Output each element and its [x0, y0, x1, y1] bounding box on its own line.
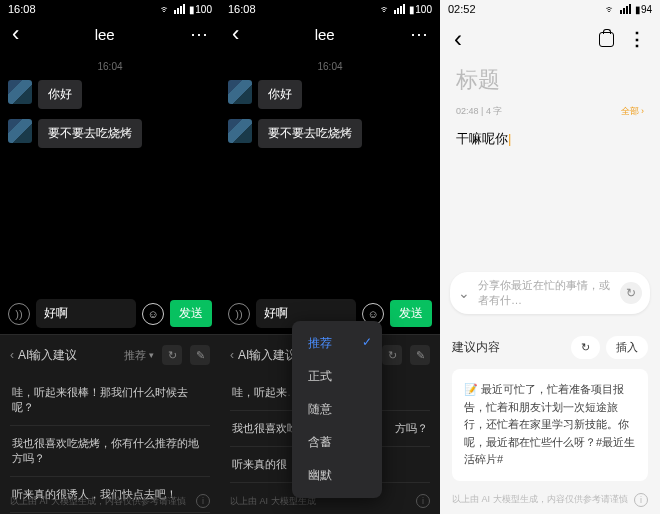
- signal-icon: [394, 4, 406, 14]
- tone-dropdown: 推荐 正式 随意 含蓄 幽默: [292, 321, 382, 498]
- message-row: 你好: [8, 80, 212, 109]
- send-button[interactable]: 发送: [390, 300, 432, 327]
- battery-icon: ▮100: [189, 4, 212, 15]
- suggestion-header: 建议内容 插入: [452, 336, 648, 359]
- refresh-icon[interactable]: ↻: [162, 345, 182, 365]
- voice-icon[interactable]: )): [8, 303, 30, 325]
- suggestion-title[interactable]: AI输入建议: [10, 347, 77, 364]
- note-header: [440, 15, 660, 59]
- message-timestamp: 16:04: [8, 61, 212, 72]
- chat-title: lee: [95, 26, 115, 43]
- message-list: 16:04 你好 要不要去吃烧烤: [220, 53, 440, 162]
- message-list: 16:04 你好 要不要去吃烧烤: [0, 53, 220, 162]
- voice-icon[interactable]: )): [228, 303, 250, 325]
- info-icon[interactable]: i: [416, 494, 430, 508]
- tone-option-recommend[interactable]: 推荐: [292, 327, 382, 360]
- mode-selector[interactable]: 推荐: [124, 348, 154, 363]
- message-bubble[interactable]: 要不要去吃烧烤: [258, 119, 362, 148]
- battery-icon: ▮100: [409, 4, 432, 15]
- chevron-down-icon[interactable]: [458, 284, 470, 302]
- back-button[interactable]: [454, 25, 462, 53]
- battery-icon: ▮94: [635, 4, 652, 15]
- ai-suggestion-panel: AI输入建议 推荐 ↻ ✎ 哇，听起来很棒！那我们什么时候去呢？ 我也很喜欢吃烧…: [0, 334, 220, 514]
- more-button[interactable]: [628, 28, 646, 50]
- screen-note: 02:52 ᯤ ▮94 标题 02:48 | 4 字 全部 › 干嘛呢你 分享你…: [440, 0, 660, 514]
- status-bar: 02:52 ᯤ ▮94: [440, 0, 660, 15]
- suggestion-title: 建议内容: [452, 339, 500, 356]
- edit-icon[interactable]: ✎: [410, 345, 430, 365]
- ai-prompt-bar[interactable]: 分享你最近在忙的事情，或者有什… ↻: [450, 272, 650, 314]
- back-button[interactable]: [12, 23, 19, 45]
- clock: 16:08: [228, 3, 256, 15]
- screen-chat-2: 16:08 ᯤ ▮100 lee 16:04 你好 要不要去吃烧烤 )) 好啊 …: [220, 0, 440, 514]
- message-row: 你好: [228, 80, 432, 109]
- chat-input-bar: )) 好啊 ☺ 发送: [0, 293, 220, 334]
- suggestion-card[interactable]: 📝 最近可忙了，忙着准备项目报告，忙着和朋友计划一次短途旅行，还忙着在家里学习新…: [452, 369, 648, 481]
- send-button[interactable]: 发送: [170, 300, 212, 327]
- note-content[interactable]: 干嘛呢你: [456, 128, 644, 150]
- refresh-button[interactable]: [571, 336, 600, 359]
- message-input[interactable]: 好啊: [36, 299, 136, 328]
- refresh-icon[interactable]: ↻: [382, 345, 402, 365]
- ai-suggestion-panel: 建议内容 插入 📝 最近可忙了，忙着准备项目报告，忙着和朋友计划一次短途旅行，还…: [440, 324, 660, 514]
- chat-header: lee: [220, 15, 440, 53]
- archive-icon[interactable]: [599, 32, 614, 47]
- more-button[interactable]: [410, 23, 428, 45]
- info-icon[interactable]: i: [196, 494, 210, 508]
- wifi-icon: ᯤ: [379, 3, 391, 15]
- message-bubble[interactable]: 你好: [258, 80, 302, 109]
- more-button[interactable]: [190, 23, 208, 45]
- ai-send-button[interactable]: ↻: [620, 282, 642, 304]
- avatar[interactable]: [8, 80, 32, 104]
- back-button[interactable]: [232, 23, 239, 45]
- info-icon[interactable]: i: [634, 493, 648, 507]
- tone-option-casual[interactable]: 随意: [292, 393, 382, 426]
- emoji-icon[interactable]: ☺: [142, 303, 164, 325]
- message-bubble[interactable]: 你好: [38, 80, 82, 109]
- note-title-input[interactable]: 标题: [456, 59, 644, 101]
- wifi-icon: ᯤ: [159, 3, 171, 15]
- chat-header: lee: [0, 15, 220, 53]
- note-meta: 02:48 | 4 字 全部 ›: [456, 101, 644, 128]
- tone-option-formal[interactable]: 正式: [292, 360, 382, 393]
- status-bar: 16:08 ᯤ ▮100: [0, 0, 220, 15]
- chat-title: lee: [315, 26, 335, 43]
- wifi-icon: ᯤ: [605, 3, 617, 15]
- screen-chat-1: 16:08 ᯤ ▮100 lee 16:04 你好 要不要去吃烧烤 )) 好啊 …: [0, 0, 220, 514]
- clock: 16:08: [8, 3, 36, 15]
- signal-icon: [620, 4, 632, 14]
- clock: 02:52: [448, 3, 476, 15]
- suggestion-footer: 以上由 AI 大模型生成，内容仅供参考请谨慎 i: [10, 494, 210, 508]
- suggestion-header: AI输入建议 推荐 ↻ ✎: [10, 345, 210, 365]
- message-timestamp: 16:04: [228, 61, 432, 72]
- suggestion-footer: 以上由 AI 大模型生成，内容仅供参考请谨慎 i: [452, 493, 648, 507]
- category-selector[interactable]: 全部 ›: [621, 105, 645, 118]
- suggestion-item[interactable]: 哇，听起来很棒！那我们什么时候去呢？: [10, 375, 210, 426]
- suggestion-item[interactable]: 我也很喜欢吃烧烤，你有什么推荐的地方吗？: [10, 426, 210, 477]
- signal-icon: [174, 4, 186, 14]
- note-body: 标题 02:48 | 4 字 全部 › 干嘛呢你: [440, 59, 660, 150]
- message-bubble[interactable]: 要不要去吃烧烤: [38, 119, 142, 148]
- edit-icon[interactable]: ✎: [190, 345, 210, 365]
- insert-button[interactable]: 插入: [606, 336, 648, 359]
- avatar[interactable]: [228, 119, 252, 143]
- tone-option-subtle[interactable]: 含蓄: [292, 426, 382, 459]
- message-row: 要不要去吃烧烤: [228, 119, 432, 148]
- status-bar: 16:08 ᯤ ▮100: [220, 0, 440, 15]
- suggestion-title[interactable]: AI输入建议: [230, 347, 297, 364]
- message-row: 要不要去吃烧烤: [8, 119, 212, 148]
- avatar[interactable]: [8, 119, 32, 143]
- tone-option-humor[interactable]: 幽默: [292, 459, 382, 492]
- avatar[interactable]: [228, 80, 252, 104]
- ai-prompt-placeholder: 分享你最近在忙的事情，或者有什…: [478, 278, 612, 308]
